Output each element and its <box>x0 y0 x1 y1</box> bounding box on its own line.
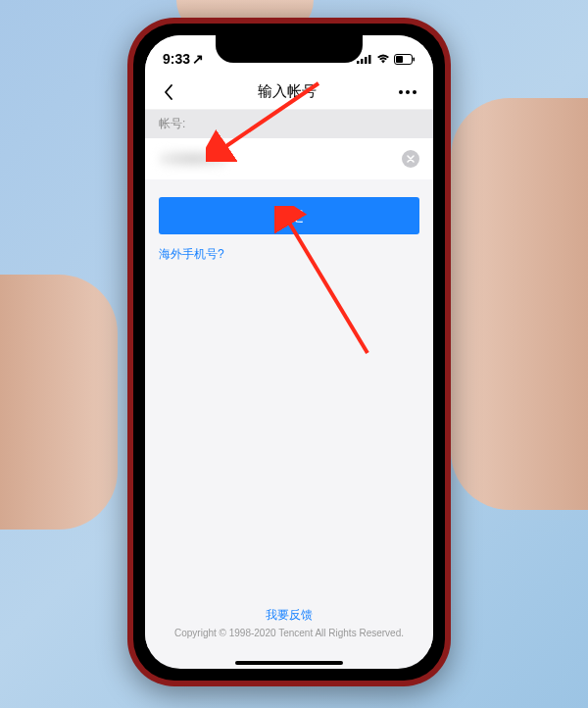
chevron-left-icon <box>164 84 173 100</box>
status-time: 9:33 ↗ <box>163 51 204 67</box>
footer: 我要反馈 Copyright © 1998-2020 Tencent All R… <box>145 607 433 638</box>
copyright-text: Copyright © 1998-2020 Tencent All Rights… <box>174 628 404 638</box>
svg-rect-6 <box>414 57 416 61</box>
more-button[interactable] <box>396 90 419 94</box>
home-indicator[interactable] <box>235 661 343 665</box>
account-input[interactable] <box>159 151 227 167</box>
wifi-icon <box>376 54 390 64</box>
status-icons <box>357 54 416 65</box>
account-input-row[interactable] <box>145 138 433 179</box>
nav-bar: 输入帐号 <box>145 75 433 110</box>
page-title: 输入帐号 <box>258 82 317 101</box>
svg-rect-3 <box>368 55 371 64</box>
svg-rect-2 <box>365 57 368 64</box>
phone-screen: 9:33 ↗ 输入帐号 帐号: <box>145 35 433 669</box>
back-button[interactable] <box>159 82 178 102</box>
phone-frame: 9:33 ↗ 输入帐号 帐号: <box>127 18 451 686</box>
clear-input-button[interactable] <box>402 150 419 168</box>
account-label: 帐号: <box>145 110 433 138</box>
svg-rect-5 <box>396 56 403 63</box>
confirm-button[interactable]: 确定 <box>159 197 419 234</box>
overseas-phone-link[interactable]: 海外手机号? <box>159 247 224 261</box>
svg-rect-0 <box>357 61 360 64</box>
close-icon <box>407 155 415 163</box>
feedback-link[interactable]: 我要反馈 <box>145 607 433 624</box>
location-arrow-icon: ↗ <box>192 51 204 67</box>
notch <box>216 35 363 63</box>
content-area: 确定 海外手机号? 我要反馈 Copyright © 1998-2020 Ten… <box>145 179 433 648</box>
svg-rect-1 <box>361 59 364 64</box>
battery-icon <box>394 54 416 65</box>
